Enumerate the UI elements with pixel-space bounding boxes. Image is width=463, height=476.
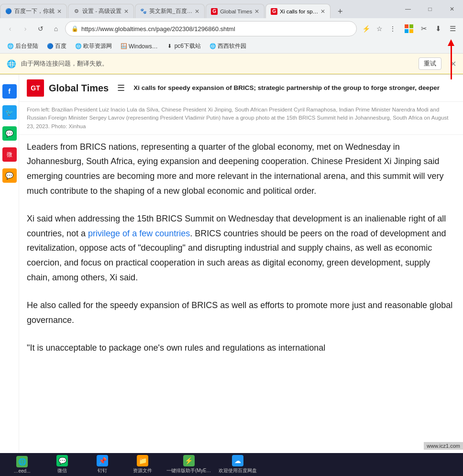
tab-close-settings[interactable]: ✕ bbox=[124, 8, 129, 15]
address-bar[interactable]: 🔒 https://www.globaltimes.cn/page/202308… bbox=[65, 21, 357, 36]
tab-bar: 🔵 百度一下，你就 ✕ ⚙ 设置 - 高级设置 ✕ 🐾 英文新闻_百度… ✕ G… bbox=[0, 0, 463, 18]
tab-label-settings: 设置 - 高级设置 bbox=[82, 8, 121, 15]
back-button[interactable]: ‹ bbox=[4, 22, 16, 35]
article-paragraph-3: He also called for the speedy expansion … bbox=[27, 298, 455, 327]
taskbar-label-browser: …eed... bbox=[13, 468, 30, 474]
link-privilege[interactable]: privilege of a few countries bbox=[88, 229, 190, 238]
tab-news-cn[interactable]: 🐾 英文新闻_百度… ✕ bbox=[135, 4, 205, 18]
bookmark-baidu[interactable]: 🔵 百度 bbox=[44, 41, 69, 51]
bookmark-xixi[interactable]: 🌐 西西软件园 bbox=[207, 41, 249, 51]
menu-button[interactable]: ☰ bbox=[446, 22, 459, 35]
bookmark-label-baidu: 百度 bbox=[55, 42, 66, 50]
tab-close-globaltimes[interactable]: ✕ bbox=[254, 8, 259, 15]
star-button[interactable]: ☆ bbox=[373, 22, 386, 35]
bookmark-favicon-admin: 🌐 bbox=[7, 43, 14, 50]
article-body: Leaders from BRICS nations, representing… bbox=[19, 135, 463, 374]
taskbar-item-baidu-pan[interactable]: ☁ 欢迎使用百度网盘 bbox=[216, 454, 260, 475]
minimize-button[interactable]: — bbox=[397, 0, 419, 18]
tab-close-baidu[interactable]: ✕ bbox=[57, 8, 62, 15]
translate-close-button[interactable]: ✕ bbox=[450, 59, 456, 68]
bookmark-label-pc6: pc6下载站 bbox=[175, 42, 201, 50]
taskbar-item-formatter[interactable]: ⚡ 一键排版助手(MyE… bbox=[164, 454, 214, 475]
social-sidebar: f 🐦 💬 微 💬 bbox=[0, 75, 19, 454]
translate-icon: 🌐 bbox=[7, 59, 16, 68]
bookmark-favicon-baidu: 🔵 bbox=[47, 43, 54, 50]
tab-settings[interactable]: ⚙ 设置 - 高级设置 ✕ bbox=[68, 4, 134, 18]
article-paragraph-2: Xi said when addressing the 15th BRICS S… bbox=[27, 211, 455, 285]
home-button[interactable]: ⌂ bbox=[50, 22, 62, 35]
address-bar-actions: ⚡ ☆ ⋮ bbox=[360, 22, 399, 35]
tab-label-news-cn: 英文新闻_百度… bbox=[149, 8, 192, 15]
translate-retry-button[interactable]: 重试 bbox=[419, 57, 441, 70]
hamburger-menu-button[interactable]: ☰ bbox=[113, 83, 129, 93]
article-header: GT Global Times ☰ Xi calls for speedy ex… bbox=[19, 75, 463, 102]
gt-logo: GT bbox=[27, 79, 44, 97]
restore-button[interactable]: □ bbox=[419, 0, 441, 18]
more-addr-button[interactable]: ⋮ bbox=[386, 22, 399, 35]
bookmark-pc6[interactable]: ⬇ pc6下载站 bbox=[164, 41, 203, 51]
bookmark-windows[interactable]: 🪟 Windows… bbox=[118, 42, 160, 51]
refresh-button[interactable]: ↺ bbox=[34, 22, 47, 35]
bookmarks-bar: 🌐 后台登陆 🔵 百度 🌐 欧菲资源网 🪟 Windows… ⬇ pc6下载站 … bbox=[0, 39, 463, 54]
article-headline: Xi calls for speedy expansion of BRICS; … bbox=[133, 84, 455, 92]
scissors-button[interactable]: ✂ bbox=[417, 22, 430, 35]
download-button[interactable]: ⬇ bbox=[431, 22, 445, 35]
translate-message: 由于网络连接问题，翻译失败。 bbox=[21, 59, 414, 68]
tab-close-news-cn[interactable]: ✕ bbox=[195, 8, 199, 15]
wechat-share-button[interactable]: 💬 bbox=[2, 126, 17, 141]
site-name: Global Times bbox=[49, 83, 109, 94]
taskbar-label-dingtalk: 钉钉 bbox=[98, 467, 107, 474]
windows-logo-button[interactable] bbox=[402, 22, 416, 36]
bookmark-label-admin: 后台登陆 bbox=[15, 42, 38, 50]
tab-label-xi-calls: Xi calls for sp… bbox=[280, 9, 318, 14]
weibo-share-button[interactable]: 微 bbox=[2, 147, 17, 162]
tab-favicon-xi-calls: G bbox=[271, 8, 277, 15]
tab-globaltimes[interactable]: G Global Times ✕ bbox=[206, 4, 265, 18]
address-bar-row: ‹ › ↺ ⌂ 🔒 https://www.globaltimes.cn/pag… bbox=[0, 18, 463, 39]
taskbar-icon-formatter: ⚡ bbox=[183, 455, 195, 466]
bookmark-label-windows: Windows… bbox=[129, 43, 158, 50]
tab-label-globaltimes: Global Times bbox=[220, 9, 252, 14]
window-controls: — □ ✕ bbox=[397, 0, 463, 18]
bookmark-favicon-pc6: ⬇ bbox=[166, 43, 173, 50]
taskbar-icon-files: 📁 bbox=[137, 455, 148, 466]
new-tab-button[interactable]: + bbox=[333, 5, 347, 18]
tab-favicon-news-cn: 🐾 bbox=[140, 8, 147, 15]
taskbar-item-dingtalk[interactable]: 📌 钉钉 bbox=[83, 454, 121, 475]
bookmark-favicon-windows: 🪟 bbox=[121, 43, 127, 50]
browser-right-buttons: ✂ ⬇ ☰ bbox=[402, 22, 459, 36]
close-button[interactable]: ✕ bbox=[441, 0, 463, 18]
facebook-share-button[interactable]: f bbox=[2, 84, 17, 99]
taskbar-item-browser[interactable]: 🌐 …eed... bbox=[3, 454, 41, 475]
tab-close-xi-calls[interactable]: ✕ bbox=[320, 8, 325, 15]
bookmark-label-xixi: 西西软件园 bbox=[218, 42, 246, 50]
taskbar-icon-dingtalk: 📌 bbox=[97, 455, 108, 466]
taskbar-icon-browser: 🌐 bbox=[16, 456, 28, 467]
twitter-share-button[interactable]: 🐦 bbox=[2, 105, 17, 120]
bookmark-admin[interactable]: 🌐 后台登陆 bbox=[5, 41, 41, 51]
taskbar-label-files: 资源文件 bbox=[133, 467, 152, 474]
bookmark-oufy[interactable]: 🌐 欧菲资源网 bbox=[73, 41, 114, 51]
bookmark-favicon-oufy: 🌐 bbox=[75, 43, 82, 50]
tab-xi-calls[interactable]: G Xi calls for sp… ✕ bbox=[265, 4, 331, 18]
bookmark-favicon-xixi: 🌐 bbox=[209, 43, 216, 50]
bookmark-label-oufy: 欧菲资源网 bbox=[83, 42, 112, 50]
image-caption: From left: Brazilian President Luiz Inac… bbox=[19, 102, 463, 135]
url-text: https://www.globaltimes.cn/page/202308/1… bbox=[81, 25, 351, 33]
taskbar-icon-wechat: 💬 bbox=[56, 455, 68, 466]
comment-button[interactable]: 💬 bbox=[2, 168, 17, 183]
lock-icon: 🔒 bbox=[71, 25, 78, 32]
taskbar-item-wechat[interactable]: 💬 微信 bbox=[43, 454, 81, 475]
tab-favicon-globaltimes: G bbox=[211, 8, 218, 15]
taskbar-icon-baidu-pan: ☁ bbox=[232, 455, 243, 466]
taskbar-label-wechat: 微信 bbox=[57, 467, 67, 474]
forward-button[interactable]: › bbox=[19, 22, 32, 35]
taskbar: 🌐 …eed... 💬 微信 📌 钉钉 📁 资源文件 ⚡ 一键排版助手(MyE…… bbox=[0, 453, 463, 476]
tab-favicon-baidu: 🔵 bbox=[5, 8, 12, 15]
taskbar-label-baidu-pan: 欢迎使用百度网盘 bbox=[219, 467, 257, 474]
page-content: f 🐦 💬 微 💬 GT Global Times ☰ Xi calls for… bbox=[0, 75, 463, 454]
taskbar-item-files[interactable]: 📁 资源文件 bbox=[123, 454, 162, 475]
lightning-button[interactable]: ⚡ bbox=[360, 22, 372, 35]
tab-favicon-settings: ⚙ bbox=[73, 8, 80, 15]
tab-baidu[interactable]: 🔵 百度一下，你就 ✕ bbox=[0, 4, 67, 18]
